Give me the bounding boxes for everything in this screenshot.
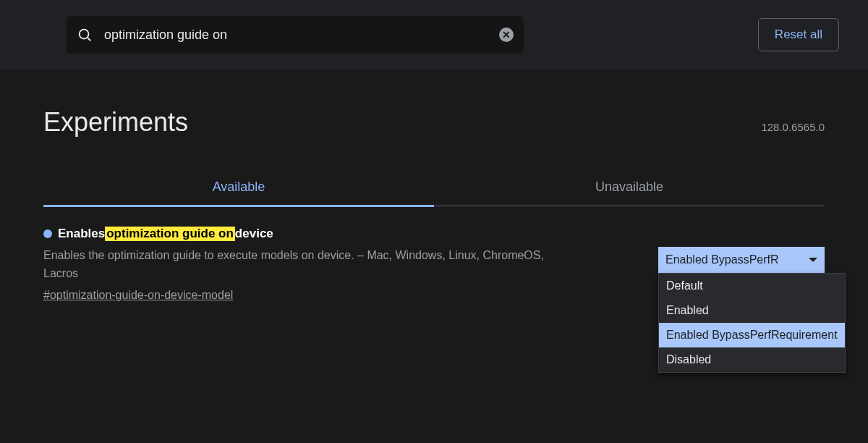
search-box: ✕ (67, 16, 524, 54)
experiment-hash-link[interactable]: #optimization-guide-on-device-model (43, 289, 629, 302)
svg-line-1 (88, 38, 90, 41)
reset-all-button[interactable]: Reset all (758, 18, 839, 51)
option-default[interactable]: Default (659, 274, 845, 298)
content: Experiments 128.0.6565.0 Available Unava… (0, 107, 868, 302)
experiment-description: Enables the optimization guide to execut… (43, 247, 579, 283)
option-enabled-bypass[interactable]: Enabled BypassPerfRequirement (659, 323, 845, 347)
experiment-text: Enables optimization guide on device Ena… (43, 227, 629, 302)
select-display[interactable]: Enabled BypassPerfR (658, 247, 825, 273)
version-text: 128.0.6565.0 (761, 121, 825, 133)
title-prefix: Enables (58, 227, 105, 241)
modified-dot-icon (43, 229, 52, 238)
tabs: Available Unavailable (43, 169, 825, 206)
experiment-row: Enables optimization guide on device Ena… (43, 227, 825, 302)
close-icon: ✕ (502, 30, 511, 40)
option-enabled[interactable]: Enabled (659, 298, 845, 323)
top-bar: ✕ Reset all (0, 0, 868, 69)
title-suffix: device (235, 227, 273, 241)
title-row: Experiments 128.0.6565.0 (43, 107, 825, 138)
page-title: Experiments (43, 107, 188, 138)
title-highlight: optimization guide on (105, 227, 235, 241)
clear-search-button[interactable]: ✕ (499, 28, 514, 42)
search-input[interactable] (103, 27, 499, 43)
tab-unavailable[interactable]: Unavailable (434, 169, 825, 206)
option-disabled[interactable]: Disabled (659, 347, 845, 372)
search-icon (77, 27, 93, 43)
chevron-down-icon (809, 258, 817, 262)
experiment-title: Enables optimization guide on device (43, 227, 629, 241)
select-dropdown: Default Enabled Enabled BypassPerfRequir… (658, 273, 846, 373)
svg-point-0 (80, 30, 89, 39)
tab-available[interactable]: Available (43, 169, 434, 207)
experiment-select: Enabled BypassPerfR Default Enabled Enab… (658, 247, 825, 302)
select-value: Enabled BypassPerfR (665, 253, 779, 266)
